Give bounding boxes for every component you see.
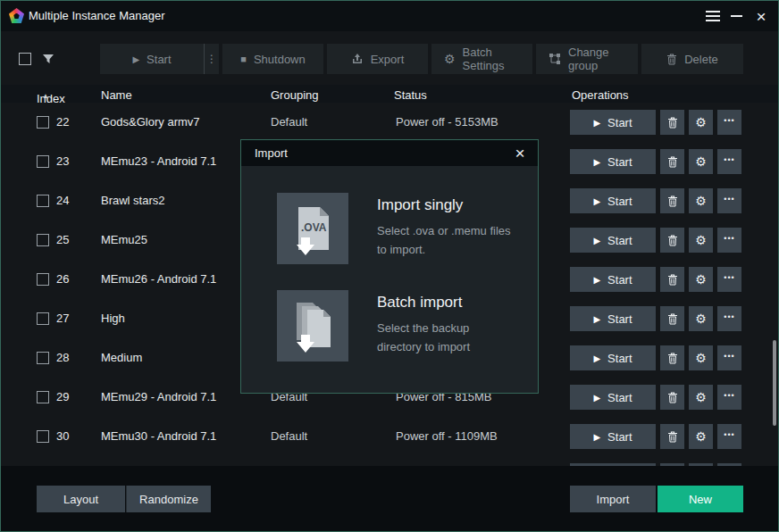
row-start-button[interactable]: ▶ Start	[570, 345, 656, 370]
minimize-button[interactable]	[723, 1, 750, 31]
row-delete-button[interactable]	[660, 306, 684, 331]
row-index: 23	[56, 154, 69, 168]
import-button[interactable]: Import	[570, 486, 656, 512]
row-index: 28	[56, 351, 69, 364]
row-delete-button[interactable]	[660, 385, 684, 410]
row-start-button[interactable]: ▶ Start	[570, 149, 656, 174]
row-status: Power off - 1109MB	[396, 429, 498, 443]
row-more-button[interactable]: •••	[717, 149, 741, 174]
row-checkbox[interactable]	[37, 234, 49, 246]
import-singly-option[interactable]: .OVA Import singly Select .ova or .memu …	[277, 193, 520, 264]
row-delete-button[interactable]	[660, 424, 684, 449]
row-settings-button[interactable]: ⚙	[689, 306, 713, 331]
row-more-button[interactable]: •••	[717, 110, 741, 135]
play-icon: ▶	[593, 393, 600, 403]
batch-files-icon	[277, 290, 348, 362]
row-delete-button[interactable]	[660, 345, 684, 370]
trash-icon	[667, 353, 678, 364]
row-operations: ▶ Start ⚙ •••	[570, 267, 741, 292]
row-name: High	[101, 312, 125, 325]
row-operations: ▶ Start ⚙ •••	[570, 345, 741, 370]
close-button[interactable]: ×	[748, 1, 775, 31]
randomize-button[interactable]: Randomize	[126, 486, 211, 512]
row-start-button[interactable]: ▶ Start	[570, 228, 656, 253]
row-settings-button[interactable]: ⚙	[689, 110, 713, 135]
row-more-button[interactable]: •••	[717, 306, 741, 331]
start-button[interactable]: ▶ Start	[100, 44, 204, 74]
row-checkbox[interactable]	[37, 273, 49, 286]
row-checkbox[interactable]	[37, 116, 49, 129]
row-settings-button[interactable]: ⚙	[689, 267, 713, 292]
import-singly-title: Import singly	[377, 196, 463, 214]
change-group-label: Change group	[568, 46, 625, 72]
more-icon: •••	[724, 431, 734, 443]
row-delete-button[interactable]	[660, 149, 684, 174]
more-icon: •••	[724, 392, 734, 403]
row-delete-button[interactable]	[660, 110, 684, 135]
batch-import-option[interactable]: Batch import Select the backup directory…	[277, 290, 520, 362]
row-index: 29	[56, 390, 69, 403]
row-delete-button[interactable]	[660, 228, 684, 253]
more-icon: •••	[724, 353, 734, 364]
row-more-button[interactable]: •••	[717, 188, 741, 213]
scrollbar-thumb[interactable]	[773, 340, 776, 426]
group-tree-icon	[549, 53, 561, 65]
row-delete-button[interactable]	[660, 267, 684, 292]
play-icon: ▶	[132, 54, 139, 64]
import-dialog-close-button[interactable]: ×	[507, 140, 532, 166]
row-start-button[interactable]: ▶ Start	[570, 267, 656, 292]
row-status: Power off - 5153MB	[396, 115, 498, 129]
new-button[interactable]: New	[658, 486, 743, 512]
change-group-button[interactable]: Change group	[536, 44, 638, 74]
row-settings-button[interactable]: ⚙	[689, 228, 713, 253]
delete-button[interactable]: Delete	[641, 44, 743, 74]
row-more-button[interactable]: •••	[717, 267, 741, 292]
row-checkbox[interactable]	[37, 312, 49, 325]
filter-icon[interactable]	[41, 52, 55, 70]
select-all-checkbox[interactable]	[19, 53, 31, 65]
play-icon: ▶	[593, 196, 600, 206]
row-name: MEmu30 - Android 7.1	[101, 429, 216, 443]
row-checkbox[interactable]	[37, 430, 49, 443]
trash-icon	[667, 274, 678, 286]
layout-button[interactable]: Layout	[37, 486, 125, 512]
row-settings-button[interactable]: ⚙	[689, 345, 713, 370]
table-row: 22 Gods&Glory armv7 Default Power off - …	[1, 103, 778, 142]
row-start-button[interactable]: ▶ Start	[570, 385, 656, 410]
batch-settings-button[interactable]: ⚙ Batch Settings	[431, 44, 532, 74]
row-delete-button[interactable]	[660, 188, 684, 213]
row-checkbox[interactable]	[37, 352, 49, 364]
gear-icon: ⚙	[695, 273, 707, 286]
row-more-button[interactable]: •••	[717, 228, 741, 253]
row-more-button[interactable]: •••	[717, 345, 741, 370]
bottom-bar: Layout Randomize Import New	[1, 466, 778, 532]
row-checkbox[interactable]	[37, 195, 49, 207]
more-icon: •••	[724, 274, 734, 286]
row-checkbox[interactable]	[37, 155, 49, 168]
row-start-button[interactable]: ▶ Start	[570, 424, 656, 449]
batch-import-title: Batch import	[377, 294, 462, 312]
batch-settings-label: Batch Settings	[463, 46, 520, 72]
column-header-name[interactable]: Name	[101, 88, 132, 102]
row-start-button[interactable]: ▶ Start	[570, 110, 656, 135]
row-more-button[interactable]: •••	[717, 424, 741, 449]
gear-icon: ⚙	[695, 430, 707, 443]
column-header-status[interactable]: Status	[394, 88, 427, 102]
row-more-button[interactable]: •••	[717, 385, 741, 410]
start-dropdown-button[interactable]: ⋮	[204, 44, 219, 74]
row-settings-button[interactable]: ⚙	[689, 424, 713, 449]
shutdown-button[interactable]: ■ Shutdown	[222, 44, 323, 74]
more-icon: •••	[724, 313, 734, 325]
delete-label: Delete	[684, 53, 718, 66]
row-start-button[interactable]: ▶ Start	[570, 188, 656, 213]
row-start-button[interactable]: ▶ Start	[570, 306, 656, 331]
row-checkbox[interactable]	[37, 391, 49, 403]
row-start-label: Start	[607, 155, 632, 169]
column-header-grouping[interactable]: Grouping	[271, 88, 318, 102]
row-settings-button[interactable]: ⚙	[689, 385, 713, 410]
export-button[interactable]: Export	[327, 44, 428, 74]
row-settings-button[interactable]: ⚙	[689, 188, 713, 213]
row-settings-button[interactable]: ⚙	[689, 149, 713, 174]
trash-icon	[667, 392, 678, 403]
row-operations: ▶ Start ⚙ •••	[570, 306, 741, 331]
